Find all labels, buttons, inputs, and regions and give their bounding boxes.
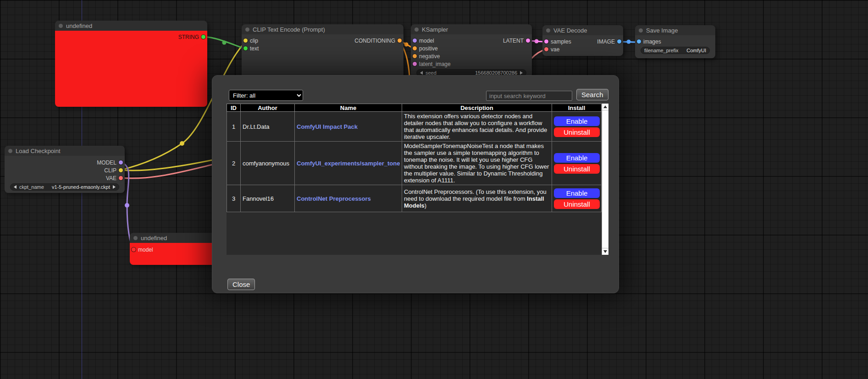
input-port-vae[interactable] <box>544 47 548 51</box>
output-port-vae[interactable] <box>119 176 123 180</box>
node-clip-text-encode[interactable]: CLIP Text Encode (Prompt) clip CONDITION… <box>242 24 404 80</box>
cell-install: Enable Uninstall <box>552 142 602 185</box>
extension-table-container: ID Author Name Description Install 1 Dr.… <box>227 104 608 255</box>
table-row: 3 Fannovel16 ControlNet Preprocessors Co… <box>227 185 602 212</box>
output-port-image-label: IMAGE <box>597 38 615 45</box>
enable-button[interactable]: Enable <box>554 116 600 126</box>
input-port-images-group: images <box>637 38 661 45</box>
node-header[interactable]: CLIP Text Encode (Prompt) <box>242 24 404 34</box>
search-button[interactable]: Search <box>576 89 608 100</box>
enable-button[interactable]: Enable <box>554 188 600 198</box>
input-port-images[interactable] <box>637 39 641 44</box>
input-port-images-label: images <box>643 38 661 45</box>
collapse-dot-icon[interactable] <box>639 28 643 33</box>
extension-link[interactable]: ControlNet Preprocessors <box>297 195 400 202</box>
header-description: Description <box>402 104 552 112</box>
node-title: Save Image <box>646 27 678 34</box>
output-port-clip-group: CLIP <box>104 167 123 174</box>
table-row: 1 Dr.Lt.Data ComfyUI Impact Pack This ex… <box>227 112 602 142</box>
input-port-negative-group: negative <box>413 53 440 60</box>
node-header[interactable]: undefined <box>55 21 207 31</box>
node-header[interactable]: undefined <box>130 233 221 243</box>
output-port-string[interactable] <box>201 35 205 39</box>
link-center-dot <box>125 203 129 208</box>
uninstall-button[interactable]: Uninstall <box>554 199 600 209</box>
node-load-checkpoint[interactable]: Load Checkpoint MODEL CLIP <box>5 146 125 193</box>
node-undefined-model[interactable]: undefined model <box>130 233 221 265</box>
output-port-model-label: MODEL <box>97 159 116 166</box>
collapse-dot-icon[interactable] <box>415 27 419 32</box>
decrement-arrow-icon[interactable] <box>420 71 423 75</box>
filter-select[interactable]: Filter: all <box>229 90 303 101</box>
scroll-up-button[interactable] <box>602 104 608 110</box>
uninstall-button[interactable]: Uninstall <box>554 127 600 137</box>
node-title: KSampler <box>422 26 448 33</box>
input-port-positive-label: positive <box>419 45 438 52</box>
collapse-dot-icon[interactable] <box>546 28 550 33</box>
collapse-dot-icon[interactable] <box>59 24 63 28</box>
node-undefined-string[interactable]: undefined STRING <box>55 21 207 107</box>
cell-install: Enable Uninstall <box>552 112 602 142</box>
output-port-conditioning[interactable] <box>398 38 402 43</box>
input-port-samples-label: samples <box>551 38 571 45</box>
decrement-arrow-icon[interactable] <box>14 185 17 189</box>
scroll-down-button[interactable] <box>602 248 608 255</box>
input-port-latent-image[interactable] <box>413 62 417 66</box>
scroll-down-icon <box>603 250 607 253</box>
search-input[interactable] <box>486 91 572 101</box>
node-title: VAE Decode <box>553 27 587 34</box>
cell-description: ModelSamplerTonemapNoiseTest a node that… <box>402 142 552 185</box>
ckpt-name-widget[interactable]: ckpt_name v1-5-pruned-emaonly.ckpt <box>10 183 119 191</box>
node-header[interactable]: VAE Decode <box>542 25 623 35</box>
wire-clip-branch <box>121 160 213 170</box>
collapse-dot-icon[interactable] <box>8 149 12 153</box>
table-scrollbar[interactable] <box>602 104 608 255</box>
node-header[interactable]: Save Image <box>635 25 715 35</box>
output-port-clip[interactable] <box>119 168 123 172</box>
uninstall-button[interactable]: Uninstall <box>554 164 600 174</box>
input-port-model-label: model <box>419 38 434 44</box>
input-port-negative[interactable] <box>413 54 417 58</box>
extension-link[interactable]: ComfyUI Impact Pack <box>297 123 400 130</box>
input-port-model-label: model <box>138 247 153 253</box>
node-header[interactable]: KSampler <box>411 24 532 34</box>
collapse-dot-icon[interactable] <box>133 236 138 240</box>
link-center-dot <box>404 43 409 47</box>
input-port-negative-label: negative <box>419 53 440 60</box>
input-port-vae-group: vae <box>544 46 559 53</box>
wire-vae <box>121 165 213 178</box>
output-port-image[interactable] <box>617 39 621 44</box>
cell-id: 3 <box>227 185 241 212</box>
cell-author: comfyanonymous <box>241 142 295 185</box>
input-port-text-group: text <box>243 45 259 52</box>
close-button[interactable]: Close <box>227 279 255 290</box>
increment-arrow-icon[interactable] <box>113 185 116 189</box>
node-vae-decode[interactable]: VAE Decode samples IMAGE vae <box>542 25 623 56</box>
input-port-clip[interactable] <box>243 38 248 43</box>
output-port-string-label: STRING <box>178 34 199 40</box>
scrollbar-thumb[interactable] <box>602 110 608 248</box>
input-port-text[interactable] <box>243 46 248 50</box>
input-port-model[interactable] <box>132 247 136 252</box>
node-save-image[interactable]: Save Image images filename_prefix ComfyU… <box>635 25 715 58</box>
output-port-conditioning-label: CONDITIONING <box>354 38 395 44</box>
increment-arrow-icon[interactable] <box>520 71 523 75</box>
cell-description: ControlNet Preprocessors. (To use this e… <box>402 185 552 212</box>
node-ksampler[interactable]: KSampler model LATENT positiv <box>411 24 532 78</box>
filename-prefix-widget[interactable]: filename_prefix ComfyUI <box>641 47 710 54</box>
enable-button[interactable]: Enable <box>554 153 600 163</box>
output-port-latent[interactable] <box>526 38 530 43</box>
extension-link[interactable]: ComfyUI_experiments/sampler_tonemap <box>297 160 400 167</box>
node-header[interactable]: Load Checkpoint <box>5 146 125 156</box>
filename-prefix-value: ComfyUI <box>686 48 706 53</box>
input-port-model-group: model <box>132 247 153 253</box>
node-title: undefined <box>141 235 167 242</box>
table-row: 2 comfyanonymous ComfyUI_experiments/sam… <box>227 142 602 185</box>
filename-prefix-label: filename_prefix <box>644 48 679 53</box>
input-port-samples[interactable] <box>544 39 548 44</box>
node-title: undefined <box>66 22 92 29</box>
output-port-model[interactable] <box>119 160 123 165</box>
input-port-model[interactable] <box>413 38 417 43</box>
input-port-positive[interactable] <box>413 46 417 50</box>
collapse-dot-icon[interactable] <box>245 27 249 32</box>
